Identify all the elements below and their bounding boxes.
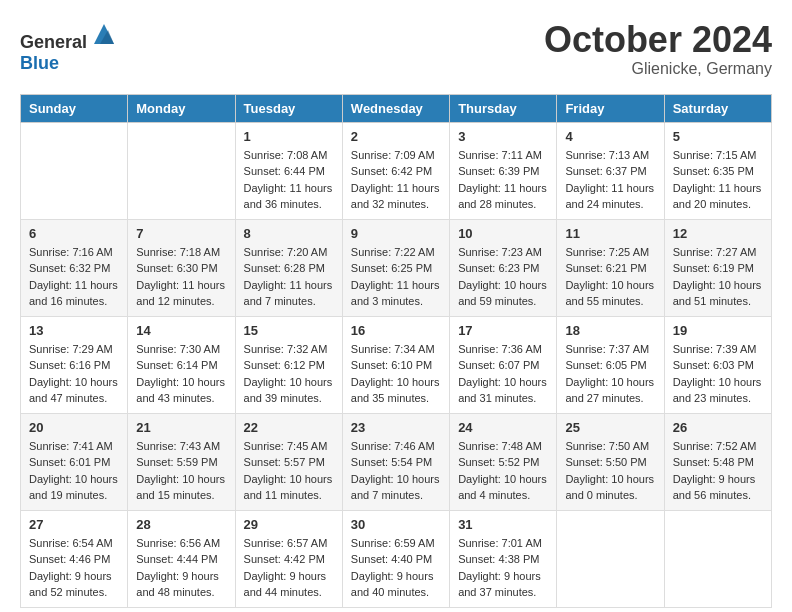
day-info: Sunrise: 6:57 AMSunset: 4:42 PMDaylight:… [244,535,334,601]
day-cell: 29Sunrise: 6:57 AMSunset: 4:42 PMDayligh… [235,510,342,607]
day-number: 15 [244,323,334,338]
day-cell: 1Sunrise: 7:08 AMSunset: 6:44 PMDaylight… [235,122,342,219]
day-number: 25 [565,420,655,435]
day-info: Sunrise: 7:32 AMSunset: 6:12 PMDaylight:… [244,341,334,407]
day-cell: 17Sunrise: 7:36 AMSunset: 6:07 PMDayligh… [450,316,557,413]
day-number: 18 [565,323,655,338]
day-cell: 7Sunrise: 7:18 AMSunset: 6:30 PMDaylight… [128,219,235,316]
day-info: Sunrise: 7:09 AMSunset: 6:42 PMDaylight:… [351,147,441,213]
day-number: 24 [458,420,548,435]
day-cell: 30Sunrise: 6:59 AMSunset: 4:40 PMDayligh… [342,510,449,607]
day-cell: 19Sunrise: 7:39 AMSunset: 6:03 PMDayligh… [664,316,771,413]
weekday-header-row: SundayMondayTuesdayWednesdayThursdayFrid… [21,94,772,122]
location-title: Glienicke, Germany [544,60,772,78]
day-cell: 25Sunrise: 7:50 AMSunset: 5:50 PMDayligh… [557,413,664,510]
day-cell: 31Sunrise: 7:01 AMSunset: 4:38 PMDayligh… [450,510,557,607]
day-number: 7 [136,226,226,241]
day-number: 23 [351,420,441,435]
day-cell: 11Sunrise: 7:25 AMSunset: 6:21 PMDayligh… [557,219,664,316]
day-info: Sunrise: 7:27 AMSunset: 6:19 PMDaylight:… [673,244,763,310]
logo-icon [90,20,118,48]
day-info: Sunrise: 7:34 AMSunset: 6:10 PMDaylight:… [351,341,441,407]
day-info: Sunrise: 7:11 AMSunset: 6:39 PMDaylight:… [458,147,548,213]
title-section: October 2024 Glienicke, Germany [544,20,772,78]
day-cell: 22Sunrise: 7:45 AMSunset: 5:57 PMDayligh… [235,413,342,510]
day-info: Sunrise: 7:13 AMSunset: 6:37 PMDaylight:… [565,147,655,213]
day-info: Sunrise: 7:37 AMSunset: 6:05 PMDaylight:… [565,341,655,407]
day-info: Sunrise: 7:45 AMSunset: 5:57 PMDaylight:… [244,438,334,504]
day-info: Sunrise: 7:15 AMSunset: 6:35 PMDaylight:… [673,147,763,213]
day-cell: 15Sunrise: 7:32 AMSunset: 6:12 PMDayligh… [235,316,342,413]
day-number: 4 [565,129,655,144]
day-cell [664,510,771,607]
day-cell: 21Sunrise: 7:43 AMSunset: 5:59 PMDayligh… [128,413,235,510]
day-cell: 20Sunrise: 7:41 AMSunset: 6:01 PMDayligh… [21,413,128,510]
day-info: Sunrise: 7:18 AMSunset: 6:30 PMDaylight:… [136,244,226,310]
day-cell: 3Sunrise: 7:11 AMSunset: 6:39 PMDaylight… [450,122,557,219]
day-cell [128,122,235,219]
day-number: 1 [244,129,334,144]
day-number: 31 [458,517,548,532]
day-info: Sunrise: 7:41 AMSunset: 6:01 PMDaylight:… [29,438,119,504]
day-cell: 5Sunrise: 7:15 AMSunset: 6:35 PMDaylight… [664,122,771,219]
day-number: 26 [673,420,763,435]
day-number: 9 [351,226,441,241]
day-info: Sunrise: 7:39 AMSunset: 6:03 PMDaylight:… [673,341,763,407]
week-row-2: 6Sunrise: 7:16 AMSunset: 6:32 PMDaylight… [21,219,772,316]
day-cell: 27Sunrise: 6:54 AMSunset: 4:46 PMDayligh… [21,510,128,607]
day-cell: 14Sunrise: 7:30 AMSunset: 6:14 PMDayligh… [128,316,235,413]
day-info: Sunrise: 7:36 AMSunset: 6:07 PMDaylight:… [458,341,548,407]
day-info: Sunrise: 7:29 AMSunset: 6:16 PMDaylight:… [29,341,119,407]
day-number: 8 [244,226,334,241]
day-number: 27 [29,517,119,532]
day-cell: 6Sunrise: 7:16 AMSunset: 6:32 PMDaylight… [21,219,128,316]
day-number: 19 [673,323,763,338]
day-number: 6 [29,226,119,241]
logo-general: General [20,32,87,52]
day-number: 29 [244,517,334,532]
weekday-header-thursday: Thursday [450,94,557,122]
day-cell: 2Sunrise: 7:09 AMSunset: 6:42 PMDaylight… [342,122,449,219]
day-info: Sunrise: 7:50 AMSunset: 5:50 PMDaylight:… [565,438,655,504]
month-title: October 2024 [544,20,772,60]
day-number: 12 [673,226,763,241]
day-info: Sunrise: 7:52 AMSunset: 5:48 PMDaylight:… [673,438,763,504]
week-row-5: 27Sunrise: 6:54 AMSunset: 4:46 PMDayligh… [21,510,772,607]
day-info: Sunrise: 7:25 AMSunset: 6:21 PMDaylight:… [565,244,655,310]
week-row-1: 1Sunrise: 7:08 AMSunset: 6:44 PMDaylight… [21,122,772,219]
day-info: Sunrise: 7:46 AMSunset: 5:54 PMDaylight:… [351,438,441,504]
day-cell: 28Sunrise: 6:56 AMSunset: 4:44 PMDayligh… [128,510,235,607]
day-cell: 12Sunrise: 7:27 AMSunset: 6:19 PMDayligh… [664,219,771,316]
day-number: 2 [351,129,441,144]
day-number: 20 [29,420,119,435]
day-cell: 16Sunrise: 7:34 AMSunset: 6:10 PMDayligh… [342,316,449,413]
day-info: Sunrise: 7:23 AMSunset: 6:23 PMDaylight:… [458,244,548,310]
day-info: Sunrise: 6:56 AMSunset: 4:44 PMDaylight:… [136,535,226,601]
day-number: 30 [351,517,441,532]
day-info: Sunrise: 7:30 AMSunset: 6:14 PMDaylight:… [136,341,226,407]
day-info: Sunrise: 6:59 AMSunset: 4:40 PMDaylight:… [351,535,441,601]
day-cell: 18Sunrise: 7:37 AMSunset: 6:05 PMDayligh… [557,316,664,413]
day-info: Sunrise: 6:54 AMSunset: 4:46 PMDaylight:… [29,535,119,601]
weekday-header-monday: Monday [128,94,235,122]
day-number: 14 [136,323,226,338]
day-info: Sunrise: 7:48 AMSunset: 5:52 PMDaylight:… [458,438,548,504]
day-number: 28 [136,517,226,532]
logo-blue: Blue [20,53,59,73]
weekday-header-friday: Friday [557,94,664,122]
day-cell: 26Sunrise: 7:52 AMSunset: 5:48 PMDayligh… [664,413,771,510]
logo: General Blue [20,20,118,74]
week-row-3: 13Sunrise: 7:29 AMSunset: 6:16 PMDayligh… [21,316,772,413]
day-number: 17 [458,323,548,338]
day-number: 16 [351,323,441,338]
day-info: Sunrise: 7:43 AMSunset: 5:59 PMDaylight:… [136,438,226,504]
day-info: Sunrise: 7:16 AMSunset: 6:32 PMDaylight:… [29,244,119,310]
day-number: 10 [458,226,548,241]
calendar-table: SundayMondayTuesdayWednesdayThursdayFrid… [20,94,772,608]
day-cell: 24Sunrise: 7:48 AMSunset: 5:52 PMDayligh… [450,413,557,510]
day-cell: 9Sunrise: 7:22 AMSunset: 6:25 PMDaylight… [342,219,449,316]
day-cell: 4Sunrise: 7:13 AMSunset: 6:37 PMDaylight… [557,122,664,219]
week-row-4: 20Sunrise: 7:41 AMSunset: 6:01 PMDayligh… [21,413,772,510]
weekday-header-wednesday: Wednesday [342,94,449,122]
day-cell [21,122,128,219]
